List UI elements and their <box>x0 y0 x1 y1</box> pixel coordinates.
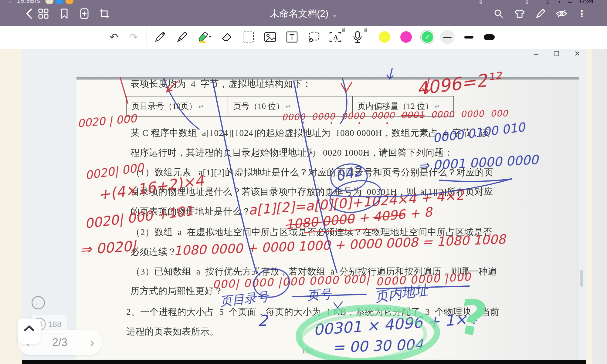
next-page-button[interactable]: › <box>82 336 102 349</box>
document-title-text: 未命名文档(2) <box>270 8 328 19</box>
check-icon: ✓ <box>425 33 430 41</box>
page-bottom-bar <box>22 360 586 364</box>
return-mark: ↵ <box>286 103 291 110</box>
premium-lock-icon <box>364 27 368 32</box>
search-button[interactable] <box>492 7 505 20</box>
pink-color-icon <box>400 31 412 43</box>
color-green-swatch-selected[interactable]: ✓ <box>420 30 435 44</box>
status-network-speed: 15.5B/s <box>17 0 40 4</box>
stroke-thick-option[interactable] <box>482 30 497 44</box>
svg-text:A: A <box>333 33 338 41</box>
ink-text: + 8 <box>405 204 433 222</box>
doc-line: 历方式的局部性更好？ <box>131 285 223 297</box>
pencil-tool[interactable] <box>153 30 167 44</box>
stroke-thin-option[interactable] <box>440 30 455 44</box>
doc-line: 进程的页表如表所示。 <box>126 325 219 338</box>
ink-text-struck: 4096 <box>372 207 406 224</box>
thick-stroke-icon <box>484 34 495 40</box>
ink-formula: = 00 30 004 <box>332 336 424 356</box>
status-app-icon-orange <box>66 0 73 4</box>
redo-icon: ↷ <box>129 31 138 43</box>
back-circle-button[interactable]: ← <box>32 296 45 309</box>
minimize-button[interactable]: – <box>531 49 541 58</box>
pen-icon <box>176 31 188 43</box>
hide-annotations-button[interactable] <box>555 7 568 20</box>
medium-stroke-icon <box>464 36 473 39</box>
app-background-right <box>592 49 607 364</box>
image-icon <box>264 32 276 42</box>
ink-note: 2 <box>258 312 268 329</box>
edit-pen-button[interactable] <box>534 7 547 20</box>
microphone-tool[interactable] <box>350 30 365 44</box>
ink-label: 页号 <box>307 285 332 304</box>
thin-stroke-icon <box>440 30 455 44</box>
status-bar: ⁙ 15.5B/s ▯ ◗ ▭ 17:24 <box>0 0 607 5</box>
pen-tool[interactable] <box>175 30 189 44</box>
text-icon <box>286 31 298 43</box>
eraser-tool[interactable] <box>219 30 233 44</box>
ink-text: 0000 0000 000 <box>424 108 508 120</box>
back-button[interactable] <box>22 7 36 20</box>
text-tool[interactable] <box>285 30 299 44</box>
status-lock-icon <box>525 0 529 4</box>
counter-value: 188 <box>48 320 61 329</box>
document-scrollbar-thumb[interactable] <box>580 270 583 287</box>
chevron-down-icon: ⌄ <box>332 11 337 18</box>
color-yellow-swatch[interactable] <box>377 30 392 44</box>
close-window-button[interactable]: ✕ <box>572 49 582 58</box>
maximize-button[interactable]: ❐ <box>551 49 562 58</box>
note-canvas-right <box>586 49 592 364</box>
microphone-icon <box>353 31 362 43</box>
collapse-toolbar-button[interactable] <box>18 318 41 344</box>
ink-text: 0000 0000 0000 0000 <box>282 110 401 123</box>
return-mark: ↵ <box>198 103 204 110</box>
doc-line: 必须连续？ <box>131 246 177 258</box>
yellow-color-icon <box>379 31 390 43</box>
bookmark-button[interactable] <box>58 7 71 20</box>
lasso-tool[interactable] <box>307 30 321 44</box>
page-indicator: 2/3 <box>52 336 67 349</box>
rect-select-tool[interactable] <box>241 30 256 44</box>
crop-button[interactable] <box>98 7 111 20</box>
toolbar-divider <box>372 28 372 46</box>
status-app-icon-mail <box>46 0 53 4</box>
status-network-icon: ⁙ <box>8 0 12 4</box>
theme-tshirt-button[interactable] <box>513 7 526 20</box>
chevron-up-icon <box>24 325 34 331</box>
document-title[interactable]: 未命名文档(2)⌄ <box>243 7 364 20</box>
status-clock: 17:24 <box>578 0 593 5</box>
status-battery-icon: ▭ <box>568 0 572 4</box>
ocr-tool[interactable]: A <box>328 30 343 44</box>
annotation-toolbar: ↶ ↷ A <box>0 26 607 49</box>
table-cell-text: 页号（10 位） <box>233 102 284 111</box>
stroke-medium-option[interactable] <box>462 30 476 44</box>
more-menu-button[interactable]: ⋮ <box>575 7 588 20</box>
undo-icon: ↶ <box>110 31 118 43</box>
eraser-icon <box>219 31 233 43</box>
ink-text: + <box>354 210 374 226</box>
lasso-icon <box>308 32 320 42</box>
redo-button[interactable]: ↷ <box>126 30 141 44</box>
highlighter-tool[interactable] <box>197 30 211 44</box>
status-lock-icon <box>479 0 483 4</box>
ink-text-struck: 0001 <box>401 110 425 120</box>
table-cell-text: 页目录号（10页） <box>131 102 197 111</box>
status-app-icon-blue <box>56 0 63 4</box>
pages-grid-button[interactable] <box>37 7 50 20</box>
insert-image-tool[interactable] <box>263 30 277 44</box>
add-page-button[interactable] <box>78 7 91 20</box>
status-bell-icon: ◗ <box>558 0 561 4</box>
toolbar-divider <box>147 28 147 46</box>
color-pink-swatch[interactable] <box>399 30 413 44</box>
doc-line: 程序运行时，其进程的页目录起始物理地址为 0020 1000H，请回答下列问题： <box>131 147 453 159</box>
undo-button[interactable]: ↶ <box>107 30 121 44</box>
more-icon: ⋮ <box>577 8 586 19</box>
rect-select-icon <box>243 32 254 42</box>
app-top-bar: ⁙ 15.5B/s ▯ ◗ ▭ 17:24 未命名文档(2)⌄ ⋮ <box>0 0 607 26</box>
page-number: 134 <box>301 346 314 356</box>
green-color-icon: ✓ <box>422 31 433 43</box>
doc-line: 表项长度均为 4 字节，虚拟地址结构如下： <box>131 78 312 90</box>
status-vibrate-icon: ▯ <box>546 0 549 4</box>
table-cell: 页目录号（10页）↵ <box>127 96 228 116</box>
highlighter-icon <box>197 30 211 44</box>
